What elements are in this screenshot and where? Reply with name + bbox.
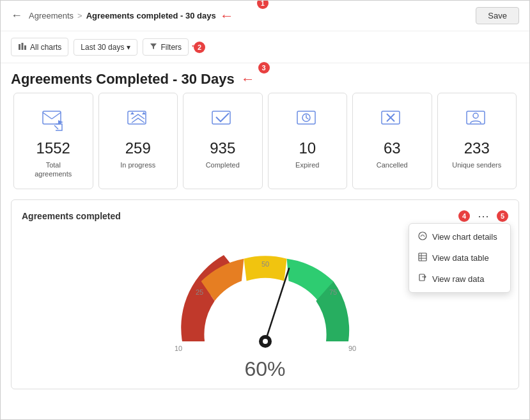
page-title-container: Agreements Completed - 30 Days ← 3: [11, 71, 519, 88]
top-bar: ← Agreements > Agreements completed - 30…: [1, 1, 529, 31]
cross-icon: [377, 104, 407, 134]
chart-details-icon: [418, 231, 427, 242]
breadcrumb-separator: >: [77, 11, 82, 20]
chart-menu-button[interactable]: ⋯: [474, 208, 493, 224]
stat-card-inprogress: 259 In progress: [98, 93, 178, 189]
svg-point-23: [263, 339, 268, 344]
save-button[interactable]: Save: [476, 7, 519, 24]
menu-item-raw-data[interactable]: View raw data: [409, 268, 510, 290]
annotation-1: 1: [257, 0, 269, 9]
stat-number-total: 1552: [36, 139, 70, 158]
svg-rect-2: [24, 45, 26, 50]
stat-card-expired: 10 Expired: [268, 93, 348, 189]
page-title-area: Agreements Completed - 30 Days ← 3: [1, 63, 529, 93]
chart-section: Agreements completed 4 ⋯ 5 View chart de…: [11, 199, 519, 389]
transfer-icon: [123, 104, 153, 134]
svg-point-12: [473, 113, 478, 118]
menu-item-chart-details[interactable]: View chart details: [409, 226, 510, 247]
svg-rect-7: [212, 111, 230, 124]
stat-number-completed: 935: [210, 139, 235, 158]
menu-item-data-table[interactable]: View data table: [409, 247, 510, 268]
chart-title: Agreements completed: [22, 211, 121, 221]
svg-point-13: [419, 232, 426, 240]
annotation-4: 4: [458, 210, 470, 222]
stat-number-cancelled: 63: [384, 139, 401, 158]
annotation-5: 5: [497, 210, 508, 222]
svg-rect-18: [419, 274, 425, 281]
all-charts-label: All charts: [30, 43, 61, 52]
chart-header: Agreements completed 4 ⋯ 5: [22, 208, 508, 224]
stat-number-inprogress: 259: [125, 139, 151, 158]
annotation-arrow-1: ←: [220, 8, 234, 24]
gauge-svg: 10 25 50 75 90: [150, 236, 380, 364]
gauge-label-75: 75: [329, 288, 336, 296]
svg-line-21: [265, 268, 289, 341]
svg-line-4: [43, 113, 52, 119]
all-charts-button[interactable]: All charts: [11, 38, 68, 56]
svg-rect-3: [43, 111, 61, 124]
annotation-3: 3: [258, 62, 270, 74]
stats-row: 1552 Totalagreements 259 In progress 935…: [1, 93, 529, 189]
svg-rect-14: [419, 253, 426, 261]
breadcrumb-parent[interactable]: Agreements: [29, 11, 74, 20]
date-range-label: Last 30 days: [81, 43, 124, 52]
toolbar: All charts Last 30 days ▾ Filters 2 ↑: [1, 31, 529, 63]
menu-label-chart-details: View chart details: [432, 232, 497, 242]
stat-card-total: 1552 Totalagreements: [13, 93, 93, 189]
stat-label-expired: Expired: [295, 160, 319, 169]
stat-label-senders: Unique senders: [452, 160, 501, 169]
annotation-arrow-3: ←: [241, 71, 255, 88]
data-table-icon: [418, 253, 427, 263]
gauge-label-50: 50: [261, 260, 269, 268]
stat-number-expired: 10: [299, 139, 316, 158]
stat-card-completed: 935 Completed: [183, 93, 263, 189]
stat-label-inprogress: In progress: [120, 160, 155, 169]
date-range-button[interactable]: Last 30 days ▾: [74, 39, 137, 56]
stat-number-senders: 233: [464, 139, 490, 158]
clock-icon: [292, 104, 323, 134]
raw-data-icon: [418, 274, 427, 284]
person-icon: [462, 104, 492, 134]
svg-rect-1: [22, 43, 24, 50]
send-icon: [38, 104, 68, 134]
svg-line-5: [52, 113, 61, 119]
stat-card-senders: 233 Unique senders: [437, 93, 517, 189]
svg-rect-0: [19, 44, 20, 50]
stat-label-completed: Completed: [206, 160, 240, 169]
filter-icon: [150, 42, 157, 52]
stat-card-cancelled: 63 Cancelled: [352, 93, 432, 189]
dropdown-chevron-icon: ▾: [127, 43, 130, 52]
chart-dropdown-menu: View chart details View data table: [409, 223, 511, 293]
charts-icon: [18, 42, 27, 52]
page-title: Agreements Completed - 30 Days: [11, 71, 235, 88]
gauge-label-10: 10: [174, 345, 182, 352]
gauge-label-90: 90: [348, 345, 355, 352]
menu-label-data-table: View data table: [432, 253, 489, 263]
gauge-percentage: 60%: [244, 357, 285, 381]
stat-label-total: Totalagreements: [35, 160, 72, 179]
gauge-label-25: 25: [195, 288, 203, 296]
breadcrumb: ← Agreements > Agreements completed - 30…: [11, 8, 249, 24]
menu-label-raw-data: View raw data: [432, 274, 484, 284]
filters-button[interactable]: Filters: [143, 38, 189, 56]
stat-label-cancelled: Cancelled: [377, 160, 408, 169]
filters-label: Filters: [160, 43, 182, 52]
check-icon: [207, 104, 238, 134]
breadcrumb-current: Agreements completed - 30 days: [86, 11, 216, 20]
back-button[interactable]: ←: [11, 9, 22, 22]
